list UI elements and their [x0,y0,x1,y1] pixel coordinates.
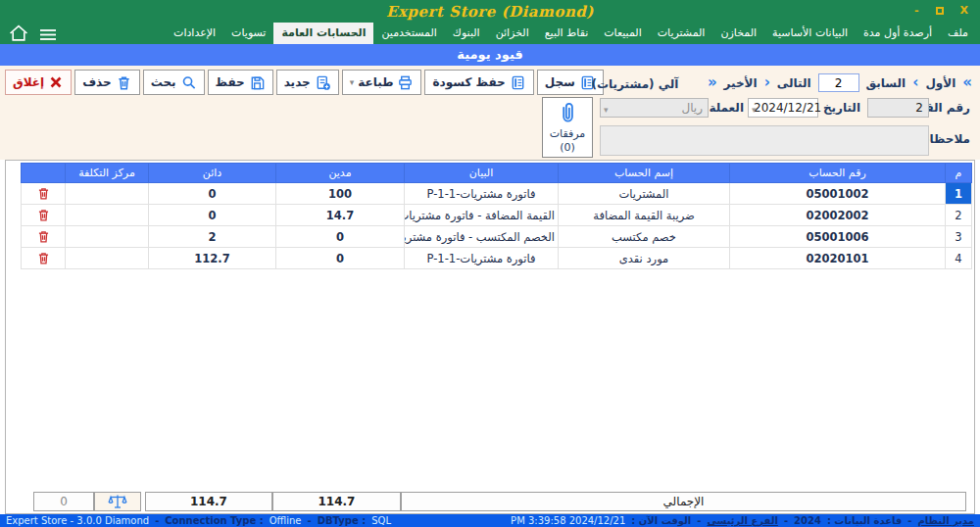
cost-center-cell[interactable] [66,226,149,248]
account-number-cell[interactable]: 02002002 [730,205,946,226]
cost-center-cell[interactable] [66,205,149,226]
balance-check-button[interactable] [94,492,141,511]
app-title: Expert Store (Diamond) [0,3,980,21]
delete-row-button[interactable] [22,183,66,205]
nav-first-label[interactable]: الأول [925,76,956,90]
table-row[interactable]: 3 05001006 خصم مكتسب الخصم المكتسب - فات… [22,226,972,248]
work-area: إغلاق حذف بحث [0,66,980,160]
printer-icon [397,74,414,91]
nav-previous-icon[interactable]: › [912,75,918,90]
new-document-icon [315,74,331,91]
table-row[interactable]: 4 02020101 مورد نقدى فاتورة مشتريات-1-P-… [22,248,972,269]
credit-cell[interactable]: 0 [149,205,276,226]
nav-previous-label[interactable]: السابق [866,76,906,90]
row-number-cell[interactable]: 4 [946,248,972,269]
table-row[interactable]: 1 05001002 المشتريات فاتورة مشتريات-1-P-… [22,183,972,205]
nav-next-label[interactable]: التالى [777,76,811,90]
account-number-cell[interactable]: 05001002 [730,183,946,205]
maximize-button[interactable] [936,7,944,15]
header-delete [22,164,66,183]
hamburger-menu-icon[interactable] [39,27,57,42]
statement-cell[interactable]: فاتورة مشتريات-1-P-1 [405,248,559,269]
row-number-cell[interactable]: 2 [946,205,972,226]
menu-item-file[interactable]: ملف [940,23,976,44]
account-name-cell[interactable]: مورد نقدى [559,248,730,269]
credit-cell[interactable]: 0 [149,183,276,205]
account-name-cell[interactable]: ضريبة القيمة المضافة [559,205,730,226]
header-credit: دائن [149,164,276,183]
entry-mode-label: آلي (مشتريات) [586,77,684,91]
menu-item-purchases[interactable]: المشتريات [650,23,713,44]
search-button[interactable]: بحث [143,70,205,95]
menu-item-users[interactable]: المستخدمين [373,23,444,44]
menu-item-sales[interactable]: المبيعات [596,23,649,44]
trash-icon [24,208,62,222]
header-row-number: م [946,164,972,183]
menu-item-general-accounts[interactable]: الحسابات العامة [273,23,373,44]
delete-button[interactable]: حذف [74,70,140,95]
credit-cell[interactable]: 2 [149,226,276,248]
menu-item-banks[interactable]: البنوك [445,23,488,44]
debit-cell[interactable]: 0 [276,248,405,269]
statement-cell[interactable]: القيمة المضافة - فاتورة مشتريات -1-P-1 [405,205,559,226]
currency-dropdown-icon[interactable]: ▾ [604,101,609,119]
debit-cell[interactable]: 100 [276,183,405,205]
currency-field[interactable]: ريال ▾ [600,98,709,118]
new-button[interactable]: جديد [276,70,339,95]
statement-cell[interactable]: فاتورة مشتريات-1-P-1 [405,183,559,205]
record-number-input[interactable] [818,73,859,92]
nav-next-icon[interactable]: ‹ [764,75,770,90]
status-time-label: الوقت الآن : [631,514,691,527]
account-number-cell[interactable]: 05001006 [730,226,946,248]
date-dropdown-icon[interactable]: ▾ [752,101,757,119]
totals-row: الإجمالي 114.7 114.7 0 [33,492,966,511]
nav-first-icon[interactable]: » [962,75,972,90]
credit-cell[interactable]: 112.7 [149,248,276,269]
debit-cell[interactable]: 14.7 [276,205,405,226]
row-number-cell[interactable]: 3 [946,226,972,248]
print-dropdown-icon[interactable]: ▾ [350,77,355,87]
attachments-button[interactable]: مرفقات (0) [542,97,593,158]
menu-item-safes[interactable]: الخزائن [488,23,537,44]
menu-item-opening-balances[interactable]: أرصدة أول مدة [856,23,940,44]
print-button[interactable]: طباعة ▾ [342,70,422,95]
notes-field[interactable] [600,125,929,156]
delete-row-button[interactable] [22,248,66,269]
date-field[interactable]: 2024/12/21 ▾ [748,98,818,118]
save-icon [249,74,266,91]
menu-item-warehouses[interactable]: المخازن [712,23,764,44]
save-draft-button[interactable]: حفظ كسودة [424,70,533,95]
save-button[interactable]: حفظ [208,70,273,95]
status-user-link[interactable]: مدير النظام [917,514,974,527]
status-branch-link[interactable]: الفرع الرئيسى [707,514,777,527]
table-row[interactable]: 2 02002002 ضريبة القيمة المضافة القيمة ا… [22,205,972,226]
balance-difference: 0 [33,492,94,511]
close-window-button[interactable]: X [960,4,968,17]
account-name-cell[interactable]: خصم مكتسب [559,226,730,248]
delete-row-button[interactable] [22,226,66,248]
attachments-label: مرفقات [550,127,586,140]
debit-cell[interactable]: 0 [276,226,405,248]
close-button[interactable]: إغلاق [5,70,72,95]
balance-scales-icon [107,494,128,509]
statement-cell[interactable]: الخصم المكتسب - فاتورة مشتريات -1-P-1 [405,226,559,248]
nav-last-label[interactable]: الأخير [724,76,758,90]
trash-icon [24,186,62,201]
account-number-cell[interactable]: 02020101 [730,248,946,269]
cost-center-cell[interactable] [66,183,149,205]
account-name-cell[interactable]: المشتريات [559,183,730,205]
header-debit: مدين [276,164,405,183]
menu-item-basic-data[interactable]: البيانات الأساسية [764,23,856,44]
cost-center-cell[interactable] [66,248,149,269]
delete-row-button[interactable] [22,205,66,226]
menu-item-settings[interactable]: الإعدادات [166,23,223,44]
menu-item-pos[interactable]: نقاط البيع [537,23,597,44]
home-icon[interactable] [8,24,29,42]
menu-item-adjustments[interactable]: تسويات [223,23,273,44]
nav-last-icon[interactable]: « [708,75,717,90]
status-left: Expert Store - 3.0.0 Diamond - Connectio… [6,514,391,527]
minimize-button[interactable]: - [914,4,919,17]
row-number-cell[interactable]: 1 [946,183,972,205]
entries-grid-panel: م رقم الحساب إسم الحساب البيان مدين دائن… [5,160,975,514]
status-database-label: قاعدة البيانات : [827,514,902,527]
